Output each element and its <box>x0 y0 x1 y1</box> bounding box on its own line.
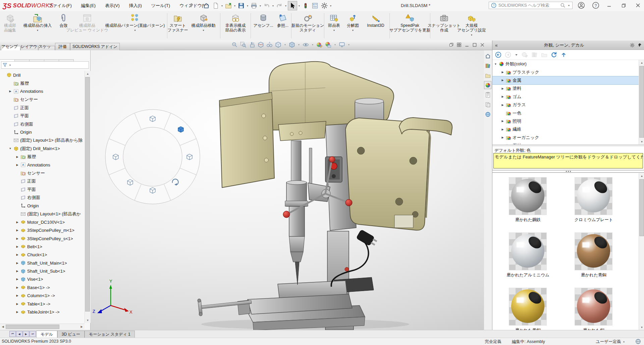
open-folder-button[interactable] <box>224 1 233 10</box>
view-cube-icon[interactable] <box>150 116 155 122</box>
ribbon-button-9[interactable]: 参照... <box>275 11 290 41</box>
cascade-button[interactable] <box>449 43 454 48</box>
pin-pane-icon[interactable] <box>637 43 644 47</box>
tab-SOLIDWORKS アドイン[interactable]: SOLIDWORKS アドイン <box>70 43 120 50</box>
close-doc-button[interactable] <box>480 43 485 48</box>
design-library-tab[interactable] <box>484 62 491 70</box>
tab-モデル[interactable]: モデル <box>36 331 57 338</box>
expand-arrow-icon[interactable]: ▶ <box>501 95 504 98</box>
tree-item-Drill[interactable]: Drill <box>0 71 84 79</box>
tree-item-row1[interactable]: 履歴 <box>0 79 84 87</box>
dropdown-caret-icon[interactable]: ▾ <box>298 43 300 46</box>
tree-item-row4[interactable]: 正面 <box>0 104 84 112</box>
ribbon-button-13[interactable]: Instant3D <box>363 11 389 41</box>
view-orientation-ring[interactable] <box>105 110 200 204</box>
display-style-button[interactable] <box>289 42 295 48</box>
tree-item-row12[interactable]: センサー <box>0 169 84 177</box>
zoom-fit-button[interactable] <box>231 42 238 48</box>
save-button[interactable] <box>237 1 246 10</box>
tab-モーション スタディ 1[interactable]: モーション スタディ 1 <box>85 331 135 338</box>
tree-item-row14[interactable]: 平面 <box>0 185 84 193</box>
tree-item-TableJoint1[interactable]: ▶TableJoint<1> -> <box>0 308 84 316</box>
expand-arrow-icon[interactable]: ▶ <box>15 294 19 297</box>
expand-arrow-icon[interactable]: ▶ <box>15 262 19 265</box>
drill-press-model[interactable] <box>197 62 452 330</box>
feature-tree-hscrollbar[interactable]: ◀▶ <box>0 324 85 330</box>
pane-sheets-tab[interactable] <box>484 100 491 109</box>
material-thumbnail-5[interactable] <box>575 288 612 326</box>
view-cube-icon[interactable] <box>113 154 118 160</box>
tree-item-Belt1[interactable]: ▶Belt<1> <box>0 243 84 251</box>
tree-item-Column1[interactable]: ▶Column<1> -> <box>0 292 84 300</box>
dropdown-caret-icon[interactable]: ▾ <box>246 4 249 7</box>
print-button[interactable] <box>250 1 258 10</box>
ribbon-button-5[interactable]: スマートファスナー <box>168 11 187 41</box>
expand-arrow-icon[interactable]: ▶ <box>8 90 12 93</box>
redo-button[interactable] <box>275 1 284 10</box>
tree-filter-input[interactable]: ▾ <box>1 61 89 69</box>
prev-tab-button[interactable]: ◀ <box>16 331 22 337</box>
scroll-thumb[interactable] <box>639 179 644 236</box>
view-cube-icon[interactable] <box>150 188 155 193</box>
menu-0[interactable]: ファイル(F) <box>44 0 76 11</box>
scroll-down-icon[interactable]: ▼ <box>639 139 644 144</box>
zoom-area-button[interactable] <box>240 42 247 48</box>
scroll-down-icon[interactable]: ▼ <box>85 318 91 323</box>
expand-arrow-icon[interactable]: ▶ <box>501 71 504 74</box>
view-cube-icon[interactable] <box>127 180 133 185</box>
up-level-button[interactable] <box>560 52 567 58</box>
dropdown-caret-icon[interactable]: ▾ <box>347 43 350 46</box>
scroll-up-icon[interactable]: ▲ <box>639 173 644 179</box>
search-caret-icon[interactable]: ▾ <box>568 4 570 7</box>
tags-icon[interactable] <box>635 339 641 344</box>
dropdown-caret-icon[interactable]: ▾ <box>221 4 223 7</box>
search-icon[interactable] <box>560 3 566 8</box>
tree-item-row15[interactable]: 右側面 <box>0 194 84 202</box>
custom-properties-tab[interactable] <box>484 91 491 99</box>
dropdown-caret-icon[interactable]: ▾ <box>259 4 262 7</box>
tree-item-row6[interactable]: 右側面 <box>0 120 84 128</box>
expand-arrow-icon[interactable]: ▶ <box>501 87 504 90</box>
dropdown-caret-icon[interactable]: ▾ <box>134 29 136 31</box>
expand-arrow-icon[interactable]: ▶ <box>15 310 19 314</box>
tree-item-row8[interactable]: ▶繊維 <box>492 125 639 133</box>
caret-down-button[interactable] <box>515 53 518 57</box>
pane-options-gear-icon[interactable] <box>628 43 637 48</box>
tree-item-Shaft_Unit_Sub1[interactable]: ▶Shaft_Unit_Sub<1> <box>0 267 84 275</box>
ribbon-button-7[interactable]: 非表示構成部品の表示 <box>221 11 250 41</box>
expand-arrow-icon[interactable]: ▶ <box>501 120 504 123</box>
ribbon-button-6[interactable]: 構成部品移動▾ <box>187 11 219 41</box>
tree-item-Table1[interactable]: ▶Table<1> -> <box>0 300 84 308</box>
pane-splitter[interactable]: ▲▲▲ <box>492 170 644 173</box>
menu-3[interactable]: 挿入(I) <box>124 0 147 11</box>
tree-item-3StepConePulley_m1[interactable]: ▶3StepConePulley_m<1> <box>0 226 84 234</box>
view-orientation-button[interactable] <box>275 42 281 48</box>
tree-item-row3[interactable]: センサー <box>0 95 84 104</box>
ribbon-button-16[interactable]: 大規模アセンブリ設定▾ <box>457 11 486 41</box>
expand-arrow-icon[interactable]: ▶ <box>15 253 19 256</box>
material-thumbnail-3[interactable] <box>575 232 612 270</box>
tree-item-row6[interactable]: 一色 <box>492 109 639 117</box>
view-cube-icon[interactable] <box>178 127 183 132</box>
scroll-down-icon[interactable]: ▼ <box>639 325 644 330</box>
section-view-button[interactable] <box>258 42 264 48</box>
tree-item-row13[interactable]: 正面 <box>0 177 84 185</box>
expand-arrow-icon[interactable]: ▼ <box>8 147 12 150</box>
tree-item-row5[interactable]: 平面 <box>0 112 84 120</box>
material-thumbnail-4[interactable] <box>509 288 547 326</box>
material-thumbnail-2[interactable] <box>509 232 547 270</box>
tree-item-row10[interactable]: ▶石材 <box>492 142 639 144</box>
scroll-left-icon[interactable]: ◀ <box>0 324 6 330</box>
expand-arrow-icon[interactable]: ▶ <box>15 155 19 158</box>
expand-arrow-icon[interactable]: ▶ <box>501 79 504 82</box>
select-cursor-button[interactable] <box>288 1 297 10</box>
minimize-button[interactable] <box>604 1 614 10</box>
status-units[interactable]: ユーザー定義 <box>596 339 621 345</box>
annotations-visibility-button[interactable]: A <box>266 42 273 48</box>
dropdown-caret-icon[interactable]: ▾ <box>329 4 332 7</box>
scroll-up-icon[interactable]: ▲ <box>85 71 91 76</box>
units-caret-icon[interactable]: ▴ <box>623 340 625 343</box>
tree-item-Chuck1[interactable]: ▶Chuck<1> <box>0 251 84 259</box>
expand-arrow-icon[interactable]: ▶ <box>15 270 19 273</box>
next-tab-button[interactable]: ▶ <box>23 331 29 337</box>
